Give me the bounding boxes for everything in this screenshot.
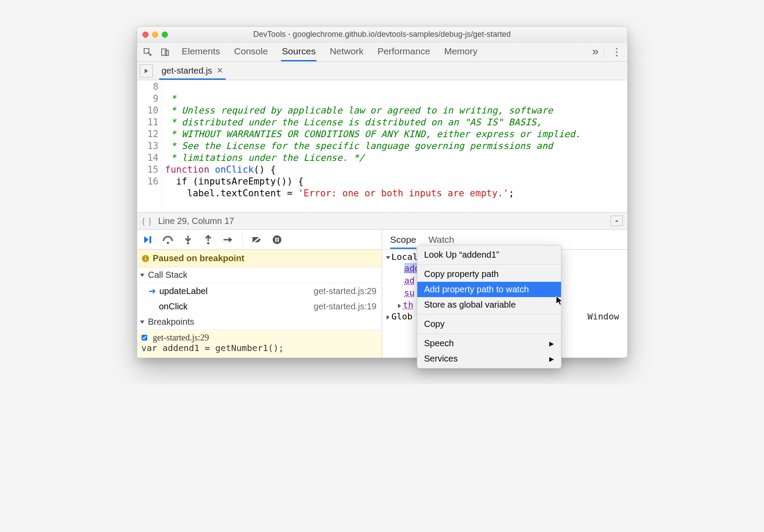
paused-label: Paused on breakpoint	[153, 253, 245, 263]
panel-tabs: Elements Console Sources Network Perform…	[181, 43, 590, 61]
separator	[242, 234, 243, 246]
triangle-right-icon	[387, 315, 390, 319]
callstack-frame[interactable]: ➔updateLabel get-started.js:29	[137, 283, 382, 299]
triangle-down-icon	[140, 320, 144, 323]
tab-network[interactable]: Network	[329, 43, 364, 61]
step-out-button[interactable]	[202, 234, 214, 246]
svg-rect-15	[145, 258, 146, 261]
menu-separator	[417, 314, 561, 315]
svg-rect-13	[277, 238, 279, 242]
format-braces-icon[interactable]: { }	[142, 216, 152, 226]
source-editor[interactable]: 8 9 10 11 12 13 14 15 16 * * Unless requ…	[137, 80, 627, 212]
devtools-window: DevTools - googlechrome.github.io/devtoo…	[137, 26, 628, 358]
tab-performance[interactable]: Performance	[377, 43, 431, 61]
tab-sources[interactable]: Sources	[281, 43, 316, 61]
ctx-copy-property-path[interactable]: Copy property path	[417, 266, 561, 282]
cursor-position: Line 29, Column 17	[158, 216, 234, 226]
breakpoint-label: get-started.js:29	[153, 333, 209, 342]
window-title: DevTools - googlechrome.github.io/devtoo…	[137, 30, 627, 39]
global-value: Window	[587, 311, 619, 322]
triangle-down-icon	[386, 256, 391, 259]
svg-point-7	[167, 241, 169, 244]
breakpoint-checkbox[interactable]	[142, 335, 147, 340]
inspect-element-icon[interactable]	[140, 44, 156, 60]
svg-rect-16	[145, 256, 146, 257]
paused-banner: Paused on breakpoint	[137, 250, 382, 267]
menu-separator	[417, 333, 561, 334]
tabs-overflow-button[interactable]: »	[591, 41, 599, 63]
breakpoints-header[interactable]: Breakpoints	[137, 314, 382, 330]
svg-rect-6	[149, 236, 151, 243]
show-navigator-icon[interactable]	[140, 64, 153, 78]
triangle-right-icon	[398, 304, 401, 308]
breakpoint-item[interactable]: get-started.js:29 var addend1 = getNumbe…	[137, 330, 382, 358]
frame-location: get-started.js:29	[314, 286, 377, 296]
current-frame-arrow-icon: ➔	[149, 286, 156, 296]
resume-button[interactable]	[142, 234, 154, 246]
svg-point-4	[616, 51, 618, 53]
menu-separator	[417, 264, 561, 265]
ctx-add-to-watch[interactable]: Add property path to watch	[417, 282, 561, 297]
file-tab-get-started[interactable]: get-started.js ✕	[159, 62, 226, 80]
settings-kebab-icon[interactable]	[609, 44, 625, 60]
frame-location: get-started.js:19	[314, 301, 377, 312]
devtools-tabstrip: Elements Console Sources Network Perform…	[137, 43, 627, 62]
deactivate-breakpoints-button[interactable]	[251, 234, 263, 246]
ctx-store-global[interactable]: Store as global variable	[417, 297, 561, 312]
svg-point-9	[207, 242, 209, 244]
debugger-left-pane: Paused on breakpoint Call Stack ➔updateL…	[137, 230, 383, 358]
step-button[interactable]	[222, 234, 235, 246]
svg-rect-2	[165, 50, 168, 55]
tab-console[interactable]: Console	[233, 43, 269, 61]
close-file-tab-icon[interactable]: ✕	[217, 66, 223, 75]
svg-point-11	[273, 235, 281, 244]
svg-rect-1	[161, 49, 166, 55]
svg-point-5	[616, 55, 618, 57]
tab-watch[interactable]: Watch	[429, 234, 455, 245]
window-titlebar: DevTools - googlechrome.github.io/devtoo…	[137, 27, 627, 43]
triangle-down-icon	[140, 273, 144, 277]
svg-rect-12	[275, 238, 277, 242]
tab-scope[interactable]: Scope	[390, 231, 416, 249]
info-icon	[142, 255, 149, 262]
sources-file-tabbar: get-started.js ✕	[137, 62, 627, 80]
svg-point-3	[616, 48, 618, 50]
context-menu: Look Up “addend1” Copy property path Add…	[417, 245, 561, 369]
device-toggle-icon[interactable]	[157, 44, 173, 60]
pause-on-exceptions-button[interactable]	[271, 234, 283, 246]
code-lines[interactable]: * * Unless required by applicable law or…	[162, 80, 627, 212]
submenu-arrow-icon: ▶	[549, 355, 554, 362]
submenu-arrow-icon: ▶	[549, 340, 554, 347]
svg-point-8	[187, 242, 189, 244]
line-gutter: 8 9 10 11 12 13 14 15 16	[137, 80, 162, 212]
file-tab-label: get-started.js	[162, 66, 213, 76]
breakpoint-source: var addend1 = getNumber1();	[142, 343, 378, 353]
step-over-button[interactable]	[162, 234, 174, 246]
step-into-button[interactable]	[182, 234, 194, 246]
callstack-frame[interactable]: onClick get-started.js:19	[137, 299, 382, 314]
tab-elements[interactable]: Elements	[181, 43, 221, 61]
tab-memory[interactable]: Memory	[443, 43, 478, 61]
ctx-lookup[interactable]: Look Up “addend1”	[417, 247, 561, 262]
ctx-speech-submenu[interactable]: Speech▶	[417, 336, 561, 351]
debugger-toolbar	[137, 230, 382, 250]
show-console-icon[interactable]	[611, 216, 623, 226]
separator	[604, 46, 604, 58]
ctx-copy[interactable]: Copy	[417, 316, 561, 332]
ctx-services-submenu[interactable]: Services▶	[417, 351, 561, 366]
editor-statusbar: { } Line 29, Column 17	[137, 212, 627, 230]
callstack-header[interactable]: Call Stack	[137, 267, 382, 283]
